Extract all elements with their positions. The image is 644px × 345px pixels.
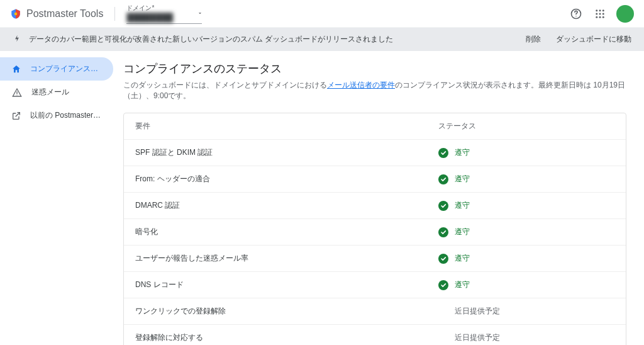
home-icon bbox=[11, 64, 21, 74]
banner-go-button[interactable]: ダッシュボードに移動 bbox=[556, 34, 631, 45]
apps-grid-icon[interactable] bbox=[592, 6, 608, 21]
banner-message: データのカバー範囲と可視化が改善された新しいバージョンのスパム ダッシュボードが… bbox=[29, 34, 393, 45]
table-row: DMARC 認証遵守 bbox=[124, 193, 626, 219]
table-row: SPF 認証と DKIM 認証遵守 bbox=[124, 140, 626, 166]
requirement-cell: ユーザーが報告した迷惑メール率 bbox=[135, 253, 438, 264]
table-row: 暗号化遵守 bbox=[124, 219, 626, 246]
chevron-down-icon bbox=[197, 8, 203, 19]
requirement-cell: 登録解除に対応する bbox=[135, 332, 438, 343]
table-header: 要件 ステータス bbox=[124, 113, 626, 140]
requirement-cell: DMARC 認証 bbox=[135, 200, 438, 211]
app-bar: Postmaster Tools ドメイン* ████████ bbox=[0, 0, 644, 28]
table-row: ユーザーが報告した迷惑メール率遵守 bbox=[124, 246, 626, 272]
svg-point-12 bbox=[16, 94, 17, 95]
page-description: このダッシュボードには、ドメインとサブドメインにおけるメール送信者の要件のコンプ… bbox=[123, 80, 626, 101]
main-content: コンプライアンスのステータス このダッシュボードには、ドメインとサブドメインにお… bbox=[113, 51, 644, 345]
check-circle-icon bbox=[438, 254, 448, 264]
check-circle-icon bbox=[438, 174, 448, 184]
svg-point-7 bbox=[599, 13, 601, 14]
svg-point-3 bbox=[596, 9, 597, 11]
open-in-new-icon bbox=[11, 111, 21, 121]
announcement-banner: データのカバー範囲と可視化が改善された新しいバージョンのスパム ダッシュボードが… bbox=[0, 28, 644, 51]
svg-point-0 bbox=[14, 12, 18, 15]
domain-select-label: ドメイン* bbox=[126, 4, 202, 13]
table-row: From: ヘッダーの適合遵守 bbox=[124, 166, 626, 193]
status-text: 近日提供予定 bbox=[438, 306, 500, 317]
page-title: コンプライアンスのステータス bbox=[123, 61, 626, 76]
desc-prefix: このダッシュボードには、ドメインとサブドメインにおける bbox=[123, 81, 327, 89]
svg-point-2 bbox=[575, 16, 576, 16]
status-text: 遵守 bbox=[455, 200, 470, 211]
requirement-cell: 暗号化 bbox=[135, 227, 438, 237]
svg-point-10 bbox=[599, 16, 601, 18]
sidebar: コンプライアンスのステ... 迷惑メール 以前の Postmaster Tool… bbox=[0, 51, 113, 345]
check-circle-icon bbox=[438, 280, 448, 290]
check-circle-icon bbox=[438, 201, 448, 211]
status-text: 遵守 bbox=[455, 253, 470, 264]
status-cell: 遵守 bbox=[438, 280, 614, 290]
sidebar-item-label: 以前の Postmaster Tools ... bbox=[30, 110, 102, 121]
status-cell: 遵守 bbox=[438, 147, 614, 158]
check-circle-icon bbox=[438, 148, 448, 158]
appbar-actions bbox=[569, 5, 634, 23]
requirement-cell: SPF 認証と DKIM 認証 bbox=[135, 147, 438, 158]
status-cell: 近日提供予定 bbox=[438, 306, 614, 317]
brand-title: Postmaster Tools bbox=[26, 8, 103, 20]
table-row: ワンクリックでの登録解除近日提供予定 bbox=[124, 298, 626, 325]
svg-point-9 bbox=[596, 16, 597, 18]
bolt-icon bbox=[13, 34, 21, 45]
banner-dismiss-button[interactable]: 削除 bbox=[526, 34, 541, 45]
divider bbox=[114, 7, 115, 21]
status-cell: 遵守 bbox=[438, 253, 614, 264]
svg-point-11 bbox=[602, 16, 604, 18]
domain-select-value: ████████ bbox=[126, 13, 202, 22]
requirement-cell: DNS レコード bbox=[135, 280, 438, 290]
svg-point-6 bbox=[596, 13, 597, 14]
status-text: 近日提供予定 bbox=[438, 332, 500, 343]
table-row: 登録解除に対応する近日提供予定 bbox=[124, 325, 626, 345]
requirement-cell: From: ヘッダーの適合 bbox=[135, 174, 438, 184]
svg-point-5 bbox=[602, 9, 604, 11]
check-circle-icon bbox=[438, 227, 448, 237]
status-cell: 近日提供予定 bbox=[438, 332, 614, 343]
sidebar-item-compliance[interactable]: コンプライアンスのステ... bbox=[0, 57, 113, 81]
requirement-cell: ワンクリックでの登録解除 bbox=[135, 306, 438, 317]
compliance-table: 要件 ステータス SPF 認証と DKIM 認証遵守From: ヘッダーの適合遵… bbox=[123, 113, 626, 345]
warning-icon bbox=[11, 88, 23, 98]
status-text: 遵守 bbox=[455, 174, 470, 184]
svg-point-8 bbox=[602, 13, 604, 14]
sidebar-item-label: 迷惑メール bbox=[31, 87, 69, 98]
sidebar-item-legacy[interactable]: 以前の Postmaster Tools ... bbox=[0, 104, 113, 127]
sidebar-item-label: コンプライアンスのステ... bbox=[30, 64, 102, 74]
help-icon[interactable] bbox=[569, 6, 584, 21]
status-text: 遵守 bbox=[455, 227, 470, 237]
col-header-requirement: 要件 bbox=[135, 121, 438, 132]
status-cell: 遵守 bbox=[438, 200, 614, 211]
col-header-status: ステータス bbox=[438, 121, 614, 132]
status-cell: 遵守 bbox=[438, 174, 614, 184]
sidebar-item-spam[interactable]: 迷惑メール bbox=[0, 81, 113, 104]
postmaster-logo-icon bbox=[10, 8, 21, 20]
status-text: 遵守 bbox=[455, 280, 470, 290]
sender-requirements-link[interactable]: メール送信者の要件 bbox=[327, 81, 395, 89]
svg-point-4 bbox=[599, 9, 601, 11]
brand: Postmaster Tools bbox=[10, 8, 103, 20]
status-cell: 遵守 bbox=[438, 227, 614, 237]
avatar[interactable] bbox=[616, 5, 634, 23]
domain-select[interactable]: ドメイン* ████████ bbox=[126, 4, 202, 24]
table-row: DNS レコード遵守 bbox=[124, 272, 626, 298]
status-text: 遵守 bbox=[455, 147, 470, 158]
